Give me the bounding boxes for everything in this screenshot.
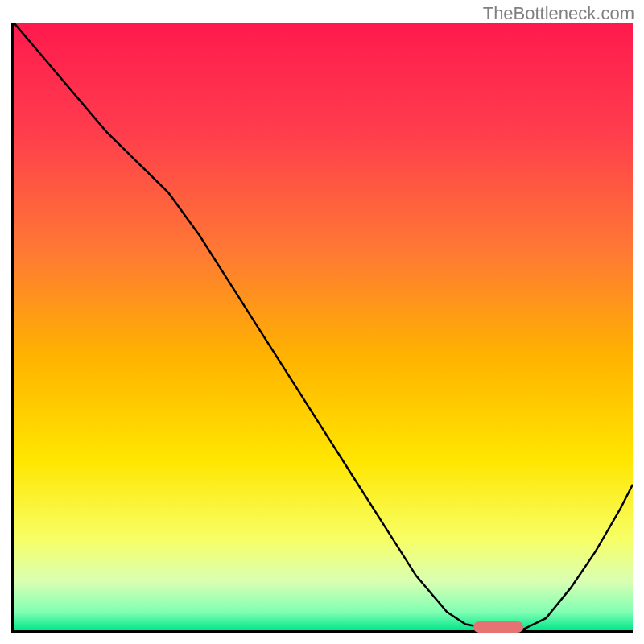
chart-curve (14, 23, 633, 630)
optimal-range-marker (473, 621, 523, 633)
chart-plot-area (11, 23, 633, 633)
watermark-text: TheBottleneck.com (483, 3, 634, 24)
